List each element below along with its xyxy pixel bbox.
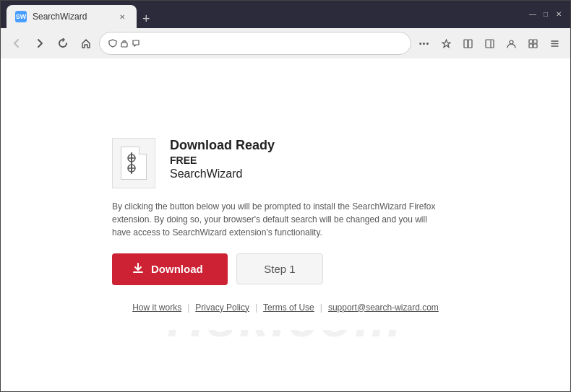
- terms-of-use-link[interactable]: Terms of Use: [263, 302, 314, 313]
- svg-rect-6: [529, 40, 533, 43]
- support-email-link[interactable]: support@search-wizard.com: [328, 302, 439, 313]
- svg-rect-2: [468, 40, 472, 48]
- sidebar-icon[interactable]: [479, 33, 499, 53]
- window-controls: — □ ✕: [527, 8, 564, 19]
- free-label: FREE: [170, 154, 275, 166]
- account-icon[interactable]: [501, 33, 521, 53]
- svg-rect-0: [121, 43, 127, 47]
- address-icons: [108, 39, 140, 48]
- privacy-policy-link[interactable]: Privacy Policy: [195, 302, 249, 313]
- minimize-button[interactable]: —: [527, 8, 538, 19]
- svg-rect-13: [131, 152, 132, 174]
- svg-rect-8: [529, 44, 533, 48]
- active-tab[interactable]: SW SearchWizard ✕: [7, 5, 137, 28]
- tab-title: SearchWizard: [33, 12, 87, 22]
- browser-window: SW SearchWizard ✕ + — □ ✕: [0, 0, 571, 392]
- main-card: Download Ready FREE SearchWizard By clic…: [83, 121, 488, 330]
- bookmarks-icon[interactable]: [458, 33, 478, 53]
- app-icon-svg: [125, 152, 142, 174]
- svg-point-5: [510, 40, 513, 44]
- address-bar[interactable]: [99, 32, 411, 55]
- nav-bar: •••: [1, 28, 570, 58]
- download-button-label: Download: [151, 263, 203, 275]
- title-bar: SW SearchWizard ✕ + — □ ✕: [1, 1, 570, 28]
- new-tab-button[interactable]: +: [137, 12, 156, 27]
- button-row: Download Step 1: [112, 253, 459, 285]
- reload-button[interactable]: [53, 33, 73, 53]
- download-button[interactable]: Download: [112, 253, 228, 285]
- nav-right: •••: [414, 33, 564, 53]
- download-icon: [132, 262, 144, 276]
- tab-favicon: SW: [15, 11, 27, 22]
- app-name-label: SearchWizard: [170, 167, 275, 180]
- svg-rect-1: [464, 40, 468, 48]
- svg-rect-3: [486, 40, 494, 48]
- extensions-icon[interactable]: [523, 33, 543, 53]
- page-content: risk.com: [1, 58, 570, 391]
- app-icon-page: [121, 147, 147, 180]
- svg-rect-7: [533, 40, 537, 43]
- step-button-label: Step 1: [264, 263, 295, 275]
- download-ready-title: Download Ready: [170, 138, 275, 153]
- menu-icon[interactable]: [544, 33, 564, 53]
- description-text: By clicking the button below you will be…: [112, 200, 445, 239]
- forward-button[interactable]: [30, 33, 50, 53]
- card-header: Download Ready FREE SearchWizard: [112, 138, 459, 188]
- close-button[interactable]: ✕: [553, 8, 564, 19]
- shield-icon: [108, 39, 117, 48]
- maximize-button[interactable]: □: [540, 8, 551, 19]
- footer-links: How it works | Privacy Policy | Terms of…: [112, 302, 459, 313]
- tab-close-button[interactable]: ✕: [116, 11, 128, 22]
- app-icon: [112, 138, 155, 188]
- sep3: |: [320, 302, 322, 313]
- back-button[interactable]: [7, 33, 27, 53]
- how-it-works-link[interactable]: How it works: [132, 302, 181, 313]
- sep1: |: [187, 302, 189, 313]
- card-title-section: Download Ready FREE SearchWizard: [170, 138, 275, 180]
- step-button[interactable]: Step 1: [236, 253, 323, 284]
- home-button[interactable]: [76, 33, 96, 53]
- bookmark-icon-button[interactable]: [436, 33, 456, 53]
- message-icon: [132, 39, 140, 48]
- more-button[interactable]: •••: [414, 33, 434, 53]
- sep2: |: [255, 302, 257, 313]
- tab-bar: SW SearchWizard ✕ +: [7, 1, 518, 28]
- svg-rect-9: [533, 44, 537, 48]
- lock-icon: [120, 39, 129, 48]
